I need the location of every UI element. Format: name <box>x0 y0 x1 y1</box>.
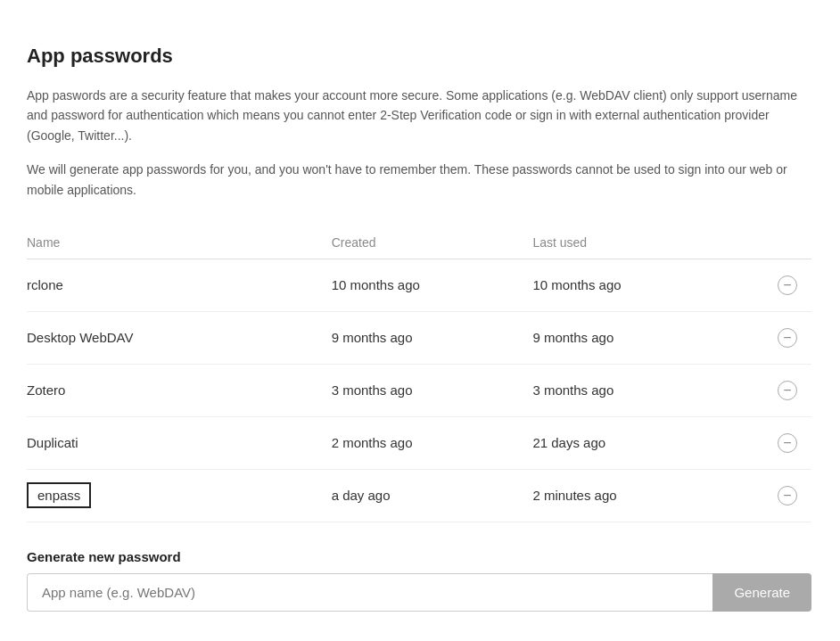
column-header-created: Created <box>321 226 523 259</box>
generate-row: Generate <box>27 573 811 612</box>
minus-circle-icon: − <box>778 486 797 505</box>
delete-button[interactable]: − <box>774 482 801 509</box>
app-created-cell: 10 months ago <box>321 259 523 311</box>
app-name-cell: Duplicati <box>27 416 321 469</box>
app-name-highlighted: enpass <box>27 482 91 508</box>
app-name-input[interactable] <box>27 573 712 612</box>
delete-button[interactable]: − <box>774 377 801 404</box>
page-title: App passwords <box>27 45 811 68</box>
app-created-cell: 3 months ago <box>321 364 523 416</box>
app-delete-cell: − <box>723 416 811 469</box>
table-row: Zotero3 months ago3 months ago− <box>27 364 811 416</box>
app-created-cell: 9 months ago <box>321 311 523 364</box>
minus-circle-icon: − <box>778 433 797 453</box>
generate-section: Generate new password Generate <box>27 549 811 612</box>
description-1: App paswords are a security feature that… <box>27 86 811 145</box>
app-last-used-cell: 2 minutes ago <box>522 469 723 522</box>
column-header-name: Name <box>27 226 321 259</box>
app-delete-cell: − <box>723 469 811 522</box>
delete-button[interactable]: − <box>774 430 801 456</box>
app-delete-cell: − <box>723 364 811 416</box>
app-passwords-page: App passwords App paswords are a securit… <box>18 27 820 629</box>
column-header-actions <box>723 226 811 259</box>
app-created-cell: 2 months ago <box>321 416 523 469</box>
generate-button[interactable]: Generate <box>712 573 811 612</box>
app-created-cell: a day ago <box>321 469 523 522</box>
app-last-used-cell: 9 months ago <box>522 311 723 364</box>
minus-circle-icon: − <box>778 381 797 400</box>
app-name-cell: rclone <box>27 259 321 311</box>
app-last-used-cell: 21 days ago <box>522 416 723 469</box>
delete-button[interactable]: − <box>774 325 801 351</box>
table-row: Duplicati2 months ago21 days ago− <box>27 416 811 469</box>
generate-label: Generate new password <box>27 549 811 564</box>
table-row: enpassa day ago2 minutes ago− <box>27 469 811 522</box>
app-last-used-cell: 10 months ago <box>522 259 723 311</box>
app-name-cell: Desktop WebDAV <box>27 311 321 364</box>
app-last-used-cell: 3 months ago <box>522 364 723 416</box>
minus-circle-icon: − <box>778 328 797 348</box>
delete-button[interactable]: − <box>774 272 801 299</box>
app-name-cell: Zotero <box>27 364 321 416</box>
column-header-last-used: Last used <box>522 226 723 259</box>
table-row: Desktop WebDAV9 months ago9 months ago− <box>27 311 811 364</box>
app-passwords-table: Name Created Last used rclone10 months a… <box>27 226 811 522</box>
description-2: We will generate app passwords for you, … <box>27 160 811 200</box>
table-header-row: Name Created Last used <box>27 226 811 259</box>
app-name-cell: enpass <box>27 469 321 522</box>
app-delete-cell: − <box>723 311 811 364</box>
app-delete-cell: − <box>723 259 811 311</box>
table-row: rclone10 months ago10 months ago− <box>27 259 811 311</box>
minus-circle-icon: − <box>778 275 797 295</box>
